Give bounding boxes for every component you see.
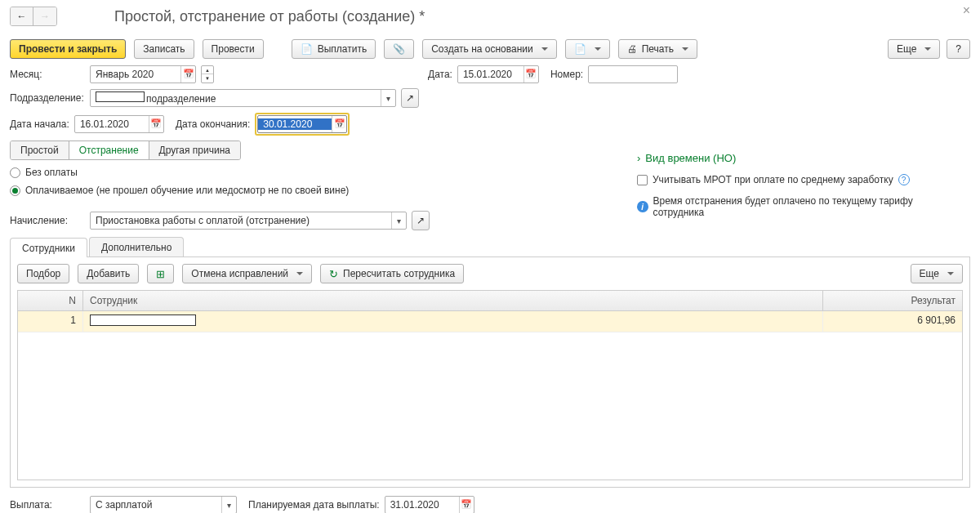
pay-icon <box>301 43 313 55</box>
more-button[interactable]: Еще <box>888 39 940 59</box>
calendar-icon[interactable] <box>459 497 474 513</box>
mrot-checkbox[interactable] <box>637 175 648 185</box>
redacted-name <box>90 314 196 326</box>
radio-paid[interactable] <box>10 185 20 196</box>
end-label: Дата окончания: <box>176 118 250 130</box>
date-label: Дата: <box>428 69 452 80</box>
refresh-icon <box>329 268 338 280</box>
accrual-open-button[interactable]: ↗ <box>412 211 430 230</box>
calendar-icon[interactable] <box>523 66 538 83</box>
mrot-label: Учитывать МРОТ при оплате по среднему за… <box>653 174 893 185</box>
col-result[interactable]: Результат <box>823 291 962 310</box>
planned-label: Планируемая дата выплаты: <box>248 499 380 511</box>
copy-icon <box>574 43 586 55</box>
tab-employees[interactable]: Сотрудники <box>10 238 87 257</box>
accrual-input[interactable]: Приостановка работы с оплатой (отстранен… <box>90 212 407 230</box>
accrual-label: Начисление: <box>10 215 85 226</box>
attach-button[interactable] <box>384 39 414 59</box>
back-button[interactable]: ← <box>11 7 33 25</box>
redacted-prefix <box>96 91 145 102</box>
create-based-button[interactable]: Создать на основании <box>422 39 557 59</box>
copy-dropdown-button[interactable] <box>565 39 610 59</box>
end-date-highlight: 30.01.2020 <box>255 113 350 136</box>
window-title: Простой, отстранение от работы (создание… <box>114 8 425 25</box>
dept-input[interactable]: подразделение ▾ <box>90 89 396 107</box>
end-date-input[interactable]: 30.01.2020 <box>257 115 347 133</box>
help-button[interactable]: ? <box>947 39 970 59</box>
write-button[interactable]: Записать <box>134 39 194 59</box>
chevron-down-icon[interactable]: ▾ <box>391 212 406 229</box>
side-panel: › Вид времени (НО) Учитывать МРОТ при оп… <box>637 152 956 218</box>
cell-result: 6 901,96 <box>823 311 962 332</box>
col-employee[interactable]: Сотрудник <box>83 291 823 310</box>
table-row[interactable]: 1 6 901,96 <box>18 311 962 332</box>
calendar-icon[interactable] <box>332 116 346 132</box>
time-type-link[interactable]: › Вид времени (НО) <box>637 152 956 164</box>
planned-date-input[interactable]: 31.01.2020 <box>385 496 474 513</box>
month-input[interactable]: Январь 2020 <box>90 65 196 83</box>
cancel-corrections-button[interactable]: Отмена исправлений <box>182 264 312 283</box>
col-n[interactable]: N <box>18 291 83 310</box>
info-icon: i <box>637 201 648 212</box>
cell-n: 1 <box>18 311 83 332</box>
tab-suspension[interactable]: Отстранение <box>69 141 149 159</box>
recalc-button[interactable]: Пересчитать сотрудника <box>320 264 464 283</box>
pick-button[interactable]: Подбор <box>17 264 69 283</box>
dept-label: Подразделение: <box>10 92 85 104</box>
calendar-icon[interactable] <box>180 66 195 83</box>
radio-no-pay[interactable] <box>10 167 20 178</box>
month-spinner[interactable]: ▲▼ <box>201 65 214 83</box>
date-input[interactable]: 15.01.2020 <box>457 65 539 83</box>
sub-more-button[interactable]: Еще <box>911 264 963 283</box>
employees-table: N Сотрудник Результат 1 6 901,96 <box>17 290 963 480</box>
calendar-icon[interactable] <box>149 116 163 132</box>
chevron-down-icon[interactable]: ▾ <box>381 90 395 106</box>
start-date-input[interactable]: 16.01.2020 <box>74 115 164 133</box>
month-label: Месяц: <box>10 69 85 80</box>
close-icon[interactable]: × <box>963 3 970 18</box>
dept-open-button[interactable]: ↗ <box>401 88 419 108</box>
post-button[interactable]: Провести <box>203 39 264 59</box>
post-and-close-button[interactable]: Провести и закрыть <box>10 39 126 59</box>
table-add-button[interactable] <box>147 264 174 283</box>
payout-label: Выплата: <box>10 499 85 511</box>
radio-paid-label: Оплачиваемое (не прошел обучение или мед… <box>25 185 349 196</box>
cell-employee <box>83 311 823 332</box>
chevron-right-icon: › <box>637 152 640 164</box>
reason-tabs: Простой Отстранение Другая причина <box>10 141 241 160</box>
tab-other-reason[interactable]: Другая причина <box>149 141 240 159</box>
forward-button[interactable]: → <box>33 7 56 25</box>
tab-additional[interactable]: Дополнительно <box>89 237 184 256</box>
number-label: Номер: <box>550 69 583 80</box>
add-button[interactable]: Добавить <box>78 264 139 283</box>
pay-button[interactable]: Выплатить <box>292 39 376 59</box>
info-text: Время отстранения будет оплачено по теку… <box>653 195 956 218</box>
printer-icon <box>627 43 637 55</box>
clip-icon <box>393 43 405 55</box>
chevron-down-icon[interactable]: ▾ <box>221 497 236 513</box>
help-icon[interactable]: ? <box>898 174 910 185</box>
payout-input[interactable]: С зарплатой ▾ <box>90 496 237 513</box>
table-icon <box>156 268 165 280</box>
tab-simple[interactable]: Простой <box>11 141 69 159</box>
radio-no-pay-label: Без оплаты <box>25 167 78 178</box>
print-button[interactable]: Печать <box>618 39 697 59</box>
start-label: Дата начала: <box>10 118 69 130</box>
number-input[interactable] <box>588 65 678 83</box>
table-body-empty <box>18 332 962 480</box>
